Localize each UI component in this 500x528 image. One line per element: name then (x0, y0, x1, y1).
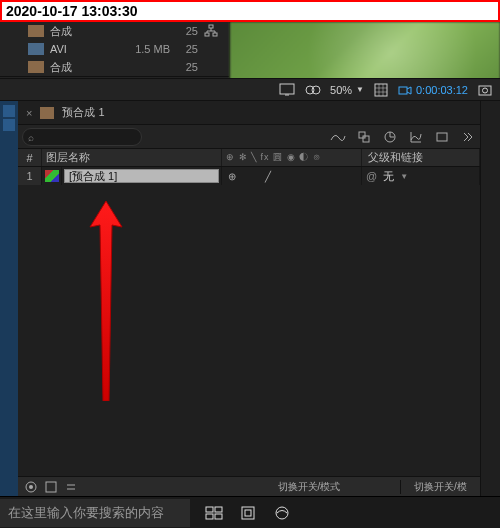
timeline-toolbar: ⌕ (18, 125, 480, 149)
switch-cell[interactable] (316, 170, 328, 182)
switch-cell[interactable]: ⊕ (226, 170, 238, 182)
layer-index: 1 (18, 167, 42, 185)
svg-rect-11 (359, 132, 365, 138)
svg-rect-21 (215, 514, 222, 519)
svg-rect-18 (206, 507, 213, 512)
svg-rect-14 (437, 133, 447, 141)
expand-icon[interactable] (64, 480, 78, 494)
grid-icon[interactable] (372, 82, 390, 98)
taskbar-search[interactable]: 在这里输入你要搜索的内容 (0, 499, 190, 527)
item-name: AVI (50, 43, 120, 55)
timeline-main: × 预合成 1 ⌕ # 图层名称 ⊕ ✻ ╲ fx 圓 ◉ ◐ ⊙ 父级和链接 (18, 101, 480, 496)
switch-cell[interactable] (244, 170, 256, 182)
svg-rect-4 (280, 84, 294, 94)
layer-search-input[interactable] (22, 128, 142, 146)
zoom-value: 50% (330, 84, 352, 96)
svg-rect-20 (206, 514, 213, 519)
mask-icon[interactable] (304, 82, 322, 98)
layer-name-input[interactable]: [预合成 1] (64, 169, 219, 183)
graph-icon[interactable] (408, 129, 424, 145)
collapse-icon[interactable] (44, 480, 58, 494)
parent-value: 无 (383, 169, 394, 184)
edge-icon[interactable] (272, 503, 292, 523)
flowchart-icon[interactable] (204, 24, 218, 38)
svg-rect-23 (245, 510, 251, 516)
svg-rect-12 (363, 136, 369, 142)
item-rate: 25 (170, 25, 198, 37)
annotation-arrow (86, 201, 126, 401)
item-name: 合成 (50, 60, 120, 75)
timecode-value: 0:00:03:12 (416, 84, 468, 96)
svg-rect-2 (213, 33, 217, 36)
display-icon[interactable] (278, 82, 296, 98)
expr-icon[interactable] (460, 129, 476, 145)
motion-blur-icon[interactable] (382, 129, 398, 145)
switch-cell[interactable] (334, 170, 346, 182)
toggle-switches-modes-right[interactable]: 切换开关/模 (400, 480, 480, 494)
switch-cell[interactable] (298, 170, 310, 182)
frame-blend-icon[interactable] (356, 129, 372, 145)
project-item[interactable]: 合成 25 (0, 58, 229, 76)
timecode[interactable]: 0:00:03:12 (398, 83, 468, 97)
comp-icon (40, 107, 54, 119)
item-rate: 25 (170, 61, 198, 73)
svg-rect-17 (46, 482, 56, 492)
svg-rect-19 (215, 507, 222, 512)
item-rate: 25 (170, 43, 198, 55)
layer-name-cell[interactable]: [预合成 1] (62, 167, 222, 185)
chevron-down-icon: ▼ (400, 172, 408, 181)
timeline-panel: × 预合成 1 ⌕ # 图层名称 ⊕ ✻ ╲ fx 圓 ◉ ◐ ⊙ 父级和链接 (0, 100, 500, 496)
timeline-left-strip (0, 101, 18, 496)
timeline-footer: 切换开关/模式 切换开关/模 (18, 476, 480, 496)
zoom-dropdown[interactable]: 50% ▼ (330, 84, 364, 96)
strip-dot[interactable] (3, 105, 15, 117)
task-view-icon[interactable] (204, 503, 224, 523)
windows-taskbar: 在这里输入你要搜索的内容 (0, 496, 500, 528)
preview-footer: 50% ▼ 0:00:03:12 (0, 78, 500, 100)
snapshot-icon[interactable] (476, 82, 494, 98)
svg-point-10 (483, 88, 488, 93)
col-name[interactable]: 图层名称 (42, 149, 222, 166)
svg-rect-1 (205, 33, 209, 36)
switch-cell[interactable]: ╱ (262, 170, 274, 182)
search-icon: ⌕ (28, 132, 34, 143)
item-size: 1.5 MB (120, 43, 170, 55)
timeline-tools (330, 129, 476, 145)
project-item[interactable]: 合成 25 (0, 22, 229, 40)
item-name: 合成 (50, 24, 120, 39)
layer-parent[interactable]: @ 无 ▼ (362, 167, 480, 185)
layer-row[interactable]: 1 [预合成 1] ⊕ ╱ @ 无 (18, 167, 480, 185)
col-parent[interactable]: 父级和链接 (362, 149, 480, 166)
folder-icon (28, 25, 44, 37)
toggle-switches-icon[interactable] (24, 480, 38, 494)
col-index[interactable]: # (18, 149, 42, 166)
pickwhip-icon[interactable]: @ (366, 170, 377, 182)
svg-point-6 (312, 86, 320, 94)
folder-icon (28, 61, 44, 73)
svg-point-16 (29, 485, 33, 489)
col-switches[interactable]: ⊕ ✻ ╲ fx 圓 ◉ ◐ ⊙ (222, 149, 362, 166)
shy-icon[interactable] (330, 129, 346, 145)
taskbar-app-icon[interactable] (238, 503, 258, 523)
toggle-switches-modes[interactable]: 切换开关/模式 (218, 480, 400, 494)
video-icon (28, 43, 44, 55)
strip-dot[interactable] (3, 119, 15, 131)
parent-dropdown[interactable]: 无 ▼ (383, 169, 408, 184)
layer-column-header: # 图层名称 ⊕ ✻ ╲ fx 圓 ◉ ◐ ⊙ 父级和链接 (18, 149, 480, 167)
timeline-tab[interactable]: × 预合成 1 (18, 101, 480, 125)
render-icon[interactable] (434, 129, 450, 145)
project-item[interactable]: AVI 1.5 MB 25 (0, 40, 229, 58)
svg-rect-22 (242, 507, 254, 519)
svg-rect-8 (399, 87, 407, 94)
layers-area[interactable]: 1 [预合成 1] ⊕ ╱ @ 无 (18, 167, 480, 476)
svg-point-24 (276, 507, 288, 519)
svg-rect-9 (479, 86, 491, 95)
layer-type-icon (42, 167, 62, 185)
switch-cell[interactable] (280, 170, 292, 182)
layer-switches[interactable]: ⊕ ╱ (222, 167, 362, 185)
chevron-down-icon: ▼ (356, 85, 364, 94)
camera-icon (398, 83, 412, 97)
svg-rect-7 (375, 84, 387, 96)
timestamp-banner: 2020-10-17 13:03:30 (0, 0, 500, 22)
timeline-right-scroll[interactable] (480, 101, 500, 496)
